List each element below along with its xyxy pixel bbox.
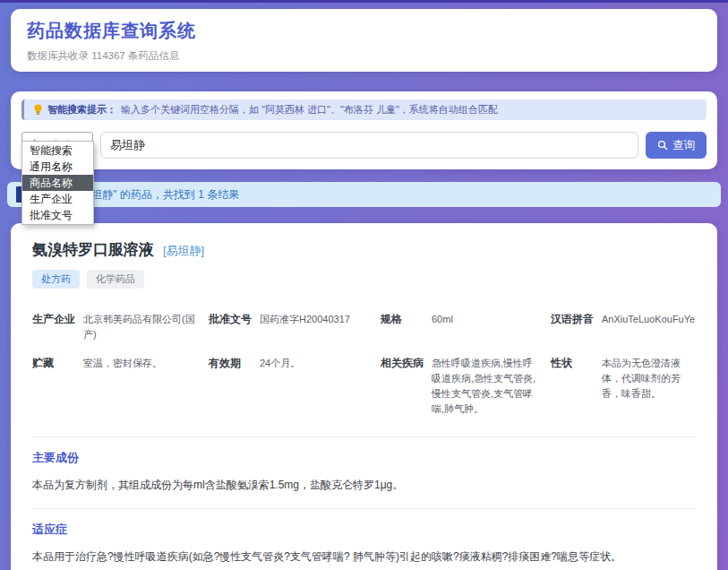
- result-banner: 为您搜索"易坦静" 的药品，共找到 1 条结果: [7, 182, 721, 207]
- drug-field-label: 汉语拼音: [551, 312, 602, 327]
- drug-tag: 化学药品: [87, 270, 144, 289]
- drug-field: 性状 本品为无色澄清液体，代调味剂的芳香，味香甜。: [551, 356, 704, 417]
- page-subtitle: 数据库共收录 114367 条药品信息: [27, 49, 701, 63]
- drug-field-value: 国药准字H20040317: [260, 312, 372, 327]
- dropdown-option[interactable]: 智能搜索: [22, 142, 93, 159]
- drug-field-value: 24个月。: [260, 356, 372, 371]
- drug-field: 规格 60ml: [381, 312, 551, 342]
- drug-field-label: 有效期: [209, 356, 260, 371]
- drug-field: 贮藏 室温，密封保存。: [32, 356, 209, 417]
- top-accent-line: [0, 0, 728, 3]
- drug-field-value: AnXiuTeLuoKouFuYe: [602, 312, 695, 327]
- search-panel: 智能搜索提示： 输入多个关键词用空格分隔，如 "阿莫西林 进口"、"布洛芬 儿童…: [11, 91, 717, 169]
- drug-field: 汉语拼音 AnXiuTeLuoKouFuYe: [551, 312, 704, 342]
- drug-field-label: 生产企业: [32, 312, 83, 327]
- drug-title-row: 氨溴特罗口服溶液 [易坦静]: [21, 239, 707, 260]
- hint-text: 输入多个关键词用空格分隔，如 "阿莫西林 进口"、"布洛芬 儿童"，系统将自动组…: [121, 103, 498, 117]
- drug-section-content: 本品为复方制剂，其组成成份为每ml含盐酸氨溴索1.5mg，盐酸克仑特罗1μg。: [32, 475, 696, 495]
- search-button[interactable]: 查询: [646, 132, 707, 159]
- drug-section: 主要成份 本品为复方制剂，其组成成份为每ml含盐酸氨溴索1.5mg，盐酸克仑特罗…: [32, 437, 696, 509]
- drug-sections: 主要成份 本品为复方制剂，其组成成份为每ml含盐酸氨溴索1.5mg，盐酸克仑特罗…: [32, 437, 696, 570]
- search-input[interactable]: [100, 132, 638, 159]
- app-header: 药品数据库查询系统 数据库共收录 114367 条药品信息: [11, 9, 717, 72]
- search-row: 商品名称 查询: [21, 132, 707, 159]
- drug-field: 生产企业 北京韩美药品有限公司(国产): [32, 312, 209, 342]
- dropdown-option[interactable]: 批准文号: [22, 207, 93, 223]
- drug-section-title: 主要成份: [32, 450, 696, 466]
- search-icon: [657, 140, 668, 151]
- search-hint-bar: 智能搜索提示： 输入多个关键词用空格分隔，如 "阿莫西林 进口"、"布洛芬 儿童…: [21, 99, 707, 120]
- drug-field: 有效期 24个月。: [209, 356, 381, 417]
- drug-section: 适应症 本品用于治疗急?慢性呼吸道疾病(如急?慢性支气管炎?支气管哮喘? 肺气肿…: [32, 509, 696, 570]
- drug-field: 相关疾病 急性呼吸道疾病,慢性呼吸道疾病,急性支气管炎,慢性支气管炎,支气管哮喘…: [381, 356, 551, 417]
- drug-field-value: 本品为无色澄清液体，代调味剂的芳香，味香甜。: [602, 356, 695, 402]
- drug-field-value: 北京韩美药品有限公司(国产): [83, 312, 200, 342]
- dropdown-option[interactable]: 商品名称: [22, 175, 93, 191]
- drug-field: 批准文号 国药准字H20040317: [209, 312, 381, 342]
- drug-section-content: 本品用于治疗急?慢性呼吸道疾病(如急?慢性支气管炎?支气管哮喘? 肺气肿等)引起…: [32, 547, 696, 566]
- hint-label: 智能搜索提示：: [47, 103, 116, 117]
- drug-field-value: 60ml: [432, 312, 542, 327]
- lightbulb-icon: [33, 104, 43, 116]
- search-field-dropdown[interactable]: 智能搜索通用名称商品名称生产企业批准文号: [21, 141, 94, 225]
- drug-field-value: 急性呼吸道疾病,慢性呼吸道疾病,急性支气管炎,慢性支气管炎,支气管哮喘,肺气肿。: [432, 356, 542, 417]
- dropdown-option[interactable]: 生产企业: [22, 191, 93, 207]
- drug-field-label: 相关疾病: [381, 356, 432, 371]
- dropdown-option[interactable]: 通用名称: [22, 159, 93, 175]
- drug-tag: 处方药: [32, 270, 80, 289]
- drug-section-title: 适应症: [32, 522, 696, 538]
- drug-field-value: 室温，密封保存。: [83, 356, 200, 371]
- drug-detail-card: 氨溴特罗口服溶液 [易坦静] 处方药化学药品 生产企业 北京韩美药品有限公司(国…: [11, 223, 717, 570]
- drug-field-label: 规格: [381, 312, 432, 327]
- page-title: 药品数据库查询系统: [27, 19, 701, 43]
- drug-name: 氨溴特罗口服溶液: [32, 239, 154, 260]
- search-button-label: 查询: [672, 138, 695, 153]
- drug-tags: 处方药化学药品: [21, 270, 707, 289]
- drug-detail-grid: 生产企业 北京韩美药品有限公司(国产) 批准文号 国药准字H20040317 规…: [32, 312, 696, 437]
- drug-field-label: 批准文号: [209, 312, 260, 327]
- drug-field-label: 性状: [551, 356, 602, 371]
- drug-trade-name[interactable]: [易坦静]: [163, 243, 204, 259]
- drug-field-label: 贮藏: [32, 356, 83, 371]
